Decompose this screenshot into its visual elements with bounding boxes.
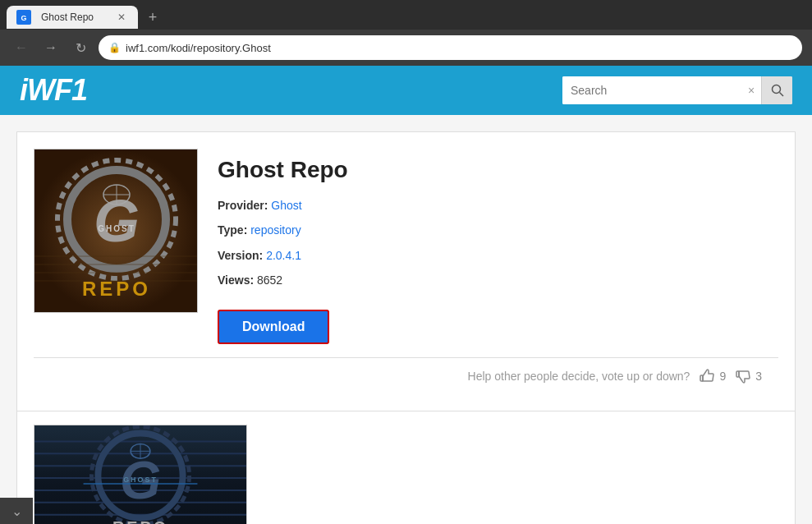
views-label: Views:: [218, 273, 254, 287]
svg-text:REPO: REPO: [112, 517, 168, 524]
main-content: G GHOST REPO Ghost Repo: [0, 115, 812, 524]
tab-close-button[interactable]: ✕: [115, 11, 128, 24]
address-text: iwf1.com/kodi/repository.Ghost: [126, 42, 271, 54]
thumbs-up-icon: [700, 368, 716, 384]
search-input[interactable]: [562, 76, 741, 104]
site-logo[interactable]: iWF1: [20, 73, 87, 108]
search-bar: ×: [562, 76, 792, 104]
tab-favicon: G: [16, 10, 31, 25]
refresh-button[interactable]: ↻: [69, 36, 92, 59]
vote-section: Help other people decide, vote up or dow…: [34, 357, 778, 394]
thumbnail-inner: G GHOST REPO: [34, 149, 197, 312]
second-image-card: G REPO GHOST: [16, 411, 796, 524]
thumbs-down-icon: [736, 368, 752, 384]
tab-bar: G Ghost Repo ✕ +: [0, 0, 812, 30]
provider-row: Provider: Ghost: [218, 196, 778, 214]
new-tab-button[interactable]: +: [141, 6, 164, 29]
type-value[interactable]: repository: [250, 223, 300, 237]
svg-point-2: [772, 85, 780, 94]
version-label: Version:: [218, 249, 263, 262]
search-clear-button[interactable]: ×: [741, 76, 761, 104]
addon-title: Ghost Repo: [218, 157, 778, 183]
version-row: Version: 2.0.4.1: [218, 246, 778, 264]
back-button[interactable]: ←: [10, 36, 33, 59]
svg-text:G: G: [94, 188, 140, 254]
search-icon: [771, 84, 784, 97]
chevron-down-icon[interactable]: ⌄: [11, 503, 22, 519]
forward-button[interactable]: →: [39, 36, 62, 59]
type-label: Type:: [218, 223, 247, 237]
provider-label: Provider:: [218, 199, 268, 212]
download-button[interactable]: Download: [218, 310, 329, 344]
svg-text:GHOST: GHOST: [123, 476, 158, 484]
active-tab[interactable]: G Ghost Repo ✕: [7, 6, 138, 29]
views-value: 8652: [257, 273, 282, 287]
addon-thumbnail: G GHOST REPO: [34, 149, 198, 313]
svg-text:GHOST: GHOST: [98, 224, 135, 233]
bottom-bar: ⌄: [0, 498, 33, 524]
vote-prompt: Help other people decide, vote up or dow…: [468, 370, 690, 383]
vote-up-count: 9: [719, 370, 726, 383]
vote-down[interactable]: 3: [736, 368, 762, 384]
browser-chrome: G Ghost Repo ✕ + ← → ↻ 🔒 iwf1.com/kodi/r…: [0, 0, 812, 66]
second-thumbnail: G REPO GHOST: [34, 425, 247, 524]
content-card: G GHOST REPO Ghost Repo: [16, 131, 796, 411]
nav-bar: ← → ↻ 🔒 iwf1.com/kodi/repository.Ghost: [0, 30, 812, 66]
version-value: 2.0.4.1: [266, 249, 301, 262]
thumbnail-svg: G GHOST REPO: [34, 149, 198, 313]
svg-text:G: G: [21, 14, 26, 22]
tab-title: Ghost Repo: [41, 11, 94, 23]
addon-header: G GHOST REPO Ghost Repo: [34, 149, 778, 344]
vote-down-count: 3: [755, 370, 762, 383]
type-row: Type: repository: [218, 221, 778, 239]
svg-rect-17: [700, 375, 703, 381]
addon-info: Ghost Repo Provider: Ghost Type: reposit…: [218, 149, 778, 344]
svg-line-3: [779, 93, 783, 97]
views-row: Views: 8652: [218, 271, 778, 289]
svg-rect-18: [736, 371, 739, 377]
site-header: iWF1 ×: [0, 66, 812, 115]
vote-up[interactable]: 9: [700, 368, 726, 384]
lock-icon: 🔒: [108, 42, 121, 53]
provider-value[interactable]: Ghost: [271, 199, 301, 212]
address-bar[interactable]: 🔒 iwf1.com/kodi/repository.Ghost: [99, 35, 802, 60]
search-button[interactable]: [761, 76, 792, 104]
second-thumbnail-svg: G REPO GHOST: [34, 425, 246, 524]
